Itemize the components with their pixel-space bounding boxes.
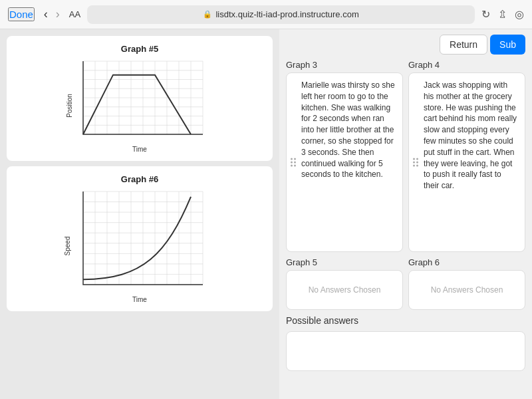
graph4-section: Graph 4 Jack was shopping with his mothe… xyxy=(408,60,525,252)
graph6-wrapper: Speed Time xyxy=(70,188,209,303)
forward-button[interactable]: › xyxy=(53,6,63,23)
graph6-section: Graph 6 No Answers Chosen xyxy=(408,257,525,310)
graph5-title: Graph #5 xyxy=(121,44,158,54)
graph5-no-answer-card[interactable]: No Answers Chosen xyxy=(286,270,403,310)
graph5-no-answer-text: No Answers Chosen xyxy=(309,285,381,295)
url-text: lisdtx.quiz-lti-iad-prod.instructure.com xyxy=(215,9,358,19)
browser-bar: Done ‹ › AA 🔒 lisdtx.quiz-lti-iad-prod.i… xyxy=(0,0,532,29)
refresh-button[interactable]: ↻ xyxy=(481,8,490,21)
return-button[interactable]: Return xyxy=(440,35,487,55)
graph5-canvas xyxy=(70,58,209,144)
top-cards-grid: Graph 3 Marielle was thirsty so she left… xyxy=(279,60,532,257)
bottom-cards-grid: Graph 5 No Answers Chosen Graph 6 No Ans… xyxy=(279,257,532,315)
graph5-container: Graph #5 Position Time xyxy=(7,36,273,161)
content-area: Graph #5 Position Time Graph #6 Speed Ti… xyxy=(0,29,532,399)
graph4-card[interactable]: Jack was shopping with his mother at the… xyxy=(408,72,525,252)
graph5-section: Graph 5 No Answers Chosen xyxy=(286,257,403,310)
nav-buttons: ‹ › xyxy=(41,6,63,23)
graph6-container: Graph #6 Speed Time xyxy=(7,166,273,311)
graph6-canvas xyxy=(70,188,209,295)
graph5-right-label: Graph 5 xyxy=(286,257,403,267)
url-bar: 🔒 lisdtx.quiz-lti-iad-prod.instructure.c… xyxy=(87,5,475,24)
graph3-card[interactable]: Marielle was thirsty so she left her roo… xyxy=(286,72,403,252)
graph6-right-label: Graph 6 xyxy=(408,257,525,267)
graph4-text: Jack was shopping with his mother at the… xyxy=(416,80,518,192)
graph4-drag-handle xyxy=(413,158,418,167)
submit-button[interactable]: Sub xyxy=(490,35,525,55)
possible-answers-section: Possible answers xyxy=(279,315,532,371)
graph6-no-answer-text: No Answers Chosen xyxy=(431,285,503,295)
graph6-y-label: Speed xyxy=(64,236,71,255)
graph3-section: Graph 3 Marielle was thirsty so she left… xyxy=(286,60,403,252)
back-button[interactable]: ‹ xyxy=(41,6,51,23)
graph3-drag-handle xyxy=(291,158,296,167)
graph3-text: Marielle was thirsty so she left her roo… xyxy=(293,80,396,180)
possible-answers-box[interactable] xyxy=(286,331,525,371)
browser-actions: ↻ ⇫ ◎ xyxy=(481,8,524,21)
possible-answers-title: Possible answers xyxy=(286,315,525,326)
graph4-label: Graph 4 xyxy=(408,60,525,70)
graph5-y-label: Position xyxy=(66,94,73,118)
graph5-x-label: Time xyxy=(70,146,209,153)
top-buttons: Return Sub xyxy=(279,29,532,60)
left-panel: Graph #5 Position Time Graph #6 Speed Ti… xyxy=(0,29,279,399)
done-button[interactable]: Done xyxy=(8,7,35,21)
more-button[interactable]: ◎ xyxy=(515,8,524,21)
aa-button[interactable]: AA xyxy=(69,9,80,19)
graph6-no-answer-card[interactable]: No Answers Chosen xyxy=(408,270,525,310)
graph3-label: Graph 3 xyxy=(286,60,403,70)
graph5-wrapper: Position Time xyxy=(70,58,209,153)
right-panel: Return Sub Graph 3 Marielle was thirsty … xyxy=(279,29,532,399)
graph6-x-label: Time xyxy=(70,296,209,303)
share-button[interactable]: ⇫ xyxy=(498,8,507,21)
lock-icon: 🔒 xyxy=(203,10,212,19)
graph6-title: Graph #6 xyxy=(121,174,158,184)
